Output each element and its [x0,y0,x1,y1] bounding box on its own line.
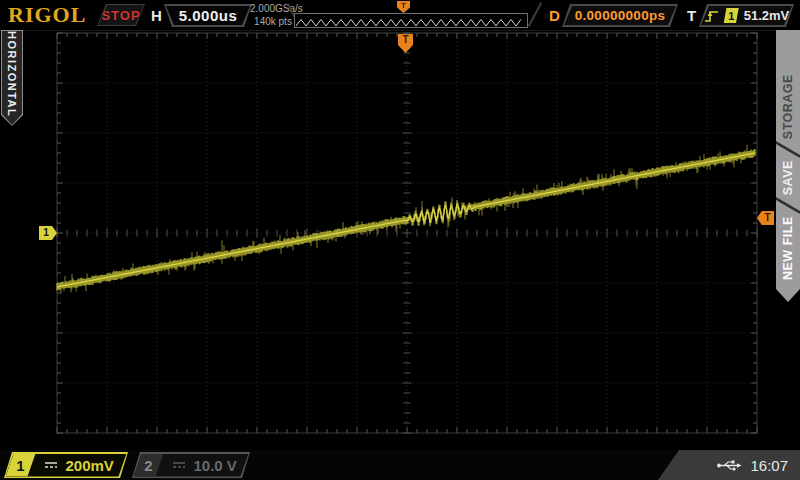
delay-value: 0.00000000ps [575,8,666,23]
storage-menu-ribbon: NEW FILE SAVE STORAGE [776,30,800,302]
channel2-badge: 2 [134,454,164,477]
rising-edge-trigger-icon [704,8,719,24]
rigol-logo: RIGOL [8,2,86,28]
channel1-status[interactable]: 1 200mV [4,452,128,478]
dc-coupling-icon [172,460,186,470]
memory-trigger-marker[interactable]: T [397,1,410,13]
run-state-indicator: STOP [97,4,145,26]
memory-waveform-icon [295,17,525,28]
channel1-badge: 1 [6,454,36,477]
timebase-readout[interactable]: 5.000us [164,4,252,27]
top-bar: RIGOL STOP H 5.000us 2.000GSa/s 140k pts… [0,0,800,31]
horizontal-readout-label: H [151,7,162,24]
waveform-memory-bar [294,13,528,28]
channel1-scale: 200mV [66,457,114,474]
menu-item-new-file[interactable]: NEW FILE [781,216,795,280]
trigger-label: T [687,7,696,24]
trigger-readout[interactable]: 1 51.2mV [699,4,794,27]
trigger-position-marker[interactable]: T [398,34,413,53]
dc-coupling-icon [44,460,58,470]
horizontal-menu-tab[interactable]: HORIZONTAL [1,30,23,126]
ribbon-divider [773,196,800,216]
run-state-label: STOP [101,8,140,23]
menu-item-storage[interactable]: STORAGE [781,74,795,139]
trigger-source-badge: 1 [724,8,739,23]
graticule-and-trace [0,0,800,480]
timebase-value: 5.000us [179,7,238,24]
status-strip: 16:07 [658,450,800,480]
usb-icon [716,459,742,472]
clock: 16:07 [750,457,788,474]
delay-label: D [549,7,560,24]
delay-readout[interactable]: 0.00000000ps [562,4,678,27]
bottom-bar: 1 200mV 2 10.0 V [0,450,800,480]
channel2-status[interactable]: 2 10.0 V [132,452,250,478]
horizontal-tab-label: HORIZONTAL [6,31,18,125]
trigger-level-value: 51.2mV [744,8,790,23]
oscilloscope-screen: RIGOL STOP H 5.000us 2.000GSa/s 140k pts… [0,0,800,480]
menu-item-save[interactable]: SAVE [781,160,795,195]
memory-depth: 140k pts [250,16,296,29]
panel-divider [528,2,542,27]
trigger-level-marker[interactable]: T [757,211,774,225]
ribbon-divider [773,139,800,159]
channel1-offset-marker[interactable]: 1 [39,226,57,240]
channel2-scale: 10.0 V [194,457,237,474]
